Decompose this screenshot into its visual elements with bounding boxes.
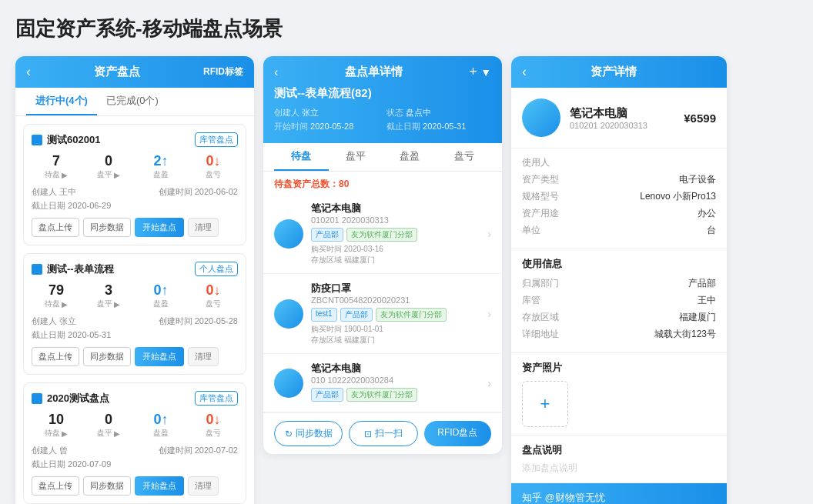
- card2-meta2: 截止日期 2020-05-31: [32, 329, 238, 341]
- inventory-card-3: 2020测试盘点 库管盘点 10 待盘▶ 0 盘平▶ 0↑ 盘盈 0↓: [23, 382, 246, 504]
- btn-clear-3[interactable]: 清理: [188, 476, 219, 496]
- btn-start-3[interactable]: 开始盘点: [135, 476, 184, 496]
- asset1-tags: 产品部 友为软件厦门分部: [311, 228, 487, 242]
- btn-rfid-footer[interactable]: RFID盘点: [424, 421, 491, 446]
- asset2-tags: test1 产品部 友为软件厦门分部: [311, 308, 487, 322]
- asset-item-1[interactable]: 笔记本电脑 010201 2020030313 产品部 友为软件厦门分部 购买时…: [263, 194, 502, 274]
- stat-balanced: 0 盘平▶: [84, 153, 133, 180]
- tab-in-progress[interactable]: 进行中(4个): [26, 88, 97, 115]
- sync-icon: ↻: [285, 429, 293, 439]
- card3-actions: 盘点上传 同步数据 开始盘点 清理: [32, 476, 238, 496]
- card1-actions: 盘点上传 同步数据 开始盘点 清理: [32, 218, 238, 237]
- btn-sync-1[interactable]: 同步数据: [83, 218, 131, 237]
- card2-actions: 盘点上传 同步数据 开始盘点 清理: [32, 347, 238, 366]
- asset-item-3[interactable]: 笔记本电脑 010 10222020030284 产品部 友为软件厦门分部 ›: [263, 354, 502, 412]
- tab2-pending[interactable]: 待盘: [274, 143, 329, 171]
- card1-blue-square: [32, 135, 42, 145]
- detail-row-region: 存放区域 福建厦门: [522, 311, 716, 324]
- btn-start-2[interactable]: 开始盘点: [135, 347, 184, 366]
- panel1-header-right[interactable]: RFID标签: [203, 65, 243, 78]
- btn-scan-footer[interactable]: ⊡ 扫一扫: [349, 421, 417, 446]
- card3-title: 2020测试盘点: [32, 392, 109, 406]
- panel2-plus-icon[interactable]: +: [469, 64, 477, 79]
- btn-sync-2[interactable]: 同步数据: [83, 347, 131, 366]
- asset2-meta: 购买时间 1900-01-01: [311, 324, 487, 335]
- panel2-filter-icon[interactable]: ▼: [480, 66, 491, 78]
- panel2-title-row: ‹ 盘点单详情 + ▼: [274, 64, 491, 80]
- detail-row-model: 规格型号 Lenovo 小新Pro13: [522, 190, 716, 203]
- panel3-use-info: 使用信息 归属部门 产品部 库管 王中 存放区域 福建厦门 详细地址 城载大街1…: [511, 249, 727, 353]
- panel3-avatar: [522, 98, 560, 137]
- tag-company-1: 友为软件厦门分部: [346, 228, 417, 242]
- detail-row-user: 使用人: [522, 156, 716, 169]
- asset-item-2[interactable]: 防疫口罩 ZBCNT005482020020231 test1 产品部 友为软件…: [263, 274, 502, 354]
- panel1-header: ‹ 资产盘点 RFID标签: [15, 56, 254, 88]
- panel2-back-arrow[interactable]: ‹: [274, 65, 278, 79]
- asset3-chevron-icon: ›: [487, 377, 491, 389]
- panel2-footer: ↻ 同步数据 ⊡ 扫一扫 RFID盘点: [263, 412, 502, 454]
- btn-upload-1[interactable]: 盘点上传: [32, 218, 79, 237]
- use-info-title: 使用信息: [522, 257, 716, 271]
- panel2-inv-title: 测试--表单流程(82): [274, 86, 491, 101]
- asset1-location: 存放区域 福建厦门: [311, 255, 487, 265]
- stat-deficit: 0↓ 盘亏: [189, 153, 238, 180]
- detail-row-unit: 单位 台: [522, 224, 716, 237]
- stat3-pending: 10 待盘▶: [32, 412, 81, 439]
- panel3-header: ‹ 资产详情: [511, 56, 727, 88]
- asset1-info: 笔记本电脑 010201 2020030313 产品部 友为软件厦门分部 购买时…: [311, 202, 487, 265]
- btn-sync-3[interactable]: 同步数据: [83, 476, 131, 496]
- panel3-asset-name: 笔记本电脑: [570, 106, 647, 121]
- tag-product-dept-1: 产品部: [311, 228, 343, 242]
- stat2-balanced: 3 盘平▶: [84, 282, 133, 309]
- stat-surplus: 2↑ 盘盈: [136, 153, 186, 180]
- panel2-tabs: 待盘 盘平 盘盈 盘亏: [263, 143, 502, 172]
- btn-clear-2[interactable]: 清理: [188, 347, 219, 366]
- asset1-chevron-icon: ›: [487, 228, 491, 240]
- card1-badge: 库管盘点: [195, 132, 238, 147]
- panel3-name-code: 笔记本电脑 010201 2020030313: [570, 106, 647, 130]
- asset2-info: 防疫口罩 ZBCNT005482020020231 test1 产品部 友为软件…: [311, 282, 487, 345]
- panel-asset-inventory: ‹ 资产盘点 RFID标签 进行中(4个) 已完成(0个) 测试602001 库…: [15, 56, 254, 504]
- stat2-surplus: 0↑ 盘盈: [136, 282, 186, 309]
- tab2-balanced[interactable]: 盘平: [329, 143, 383, 171]
- stat-pending: 7 待盘▶: [32, 153, 81, 180]
- asset3-tags: 产品部 友为软件厦门分部: [311, 388, 487, 402]
- tab2-surplus[interactable]: 盘盈: [383, 143, 437, 171]
- panel-asset-detail: ‹ 资产详情 笔记本电脑 010201 2020030313 ¥6599 使用人…: [511, 56, 727, 504]
- btn-clear-1[interactable]: 清理: [188, 218, 219, 237]
- btn-upload-2[interactable]: 盘点上传: [32, 347, 79, 366]
- detail-row-manager: 库管 王中: [522, 294, 716, 307]
- stat3-deficit: 0↓ 盘亏: [189, 412, 238, 439]
- panel3-asset-top: 笔记本电脑 010201 2020030313 ¥6599: [511, 88, 727, 149]
- panel1-title: 资产盘点: [94, 65, 140, 79]
- card2-header: 测试--表单流程 个人盘点: [32, 262, 238, 276]
- asset1-avatar: [274, 219, 303, 249]
- asset1-meta: 购买时间 2020-03-16: [311, 244, 487, 255]
- panel-inventory-detail: ‹ 盘点单详情 + ▼ 测试--表单流程(82) 创建人 张立 状态 盘点中 开…: [263, 56, 502, 454]
- tab-completed[interactable]: 已完成(0个): [97, 88, 168, 115]
- panel2-header: ‹ 盘点单详情 + ▼ 测试--表单流程(82) 创建人 张立 状态 盘点中 开…: [263, 56, 502, 143]
- btn-sync-footer[interactable]: ↻ 同步数据: [274, 421, 343, 446]
- asset2-chevron-icon: ›: [487, 308, 491, 320]
- tab2-deficit[interactable]: 盘亏: [437, 143, 492, 171]
- card3-header: 2020测试盘点 库管盘点: [32, 391, 238, 406]
- card1-header: 测试602001 库管盘点: [32, 132, 238, 147]
- photo-add-button[interactable]: +: [522, 381, 568, 427]
- asset2-location: 存放区域 福建厦门: [311, 335, 487, 345]
- card3-blue-square: [32, 393, 42, 404]
- note-input[interactable]: 添加盘点说明: [522, 462, 716, 475]
- photo-title: 资产照片: [522, 361, 716, 375]
- tag-test1-2: test1: [311, 308, 337, 322]
- asset2-avatar: [274, 299, 303, 329]
- tag-company-2: 友为软件厦门分部: [376, 308, 447, 322]
- btn-start-1[interactable]: 开始盘点: [135, 218, 184, 237]
- card1-title: 测试602001: [32, 133, 100, 147]
- panel3-back-arrow[interactable]: ‹: [522, 64, 527, 80]
- tag-product-dept-2: 产品部: [340, 308, 373, 322]
- card3-meta2: 截止日期 2020-07-09: [32, 459, 238, 470]
- card3-stats: 10 待盘▶ 0 盘平▶ 0↑ 盘盈 0↓ 盘亏: [32, 412, 238, 439]
- panel1-back-arrow[interactable]: ‹: [26, 64, 31, 80]
- btn-upload-3[interactable]: 盘点上传: [32, 476, 79, 496]
- card2-stats: 79 待盘▶ 3 盘平▶ 0↑ 盘盈 0↓ 盘亏: [32, 282, 238, 309]
- panel3-asset-code: 010201 2020030313: [570, 121, 647, 130]
